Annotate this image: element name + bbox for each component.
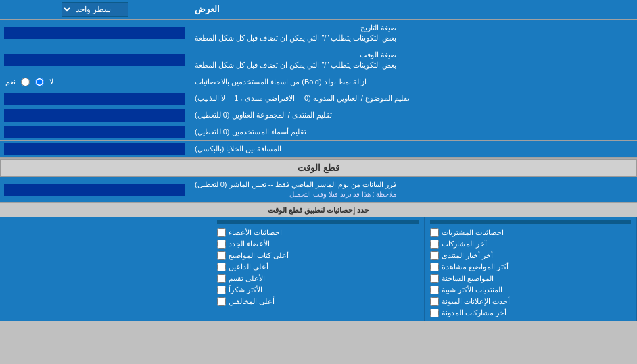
checkbox-most-popular[interactable] bbox=[430, 286, 439, 294]
checkbox-top-inviters[interactable] bbox=[217, 263, 226, 271]
checkbox-item-purchases: احصائيات المشتريات bbox=[430, 227, 631, 238]
checkbox-col-2: احصائيات الأعضاء الأعضاء الجدد أعلى كتاب… bbox=[212, 217, 424, 321]
forum-trim-label: تقليم المنتدى / المجموعة العناوين (0 للت… bbox=[189, 107, 637, 124]
checkbox-item-forum-news: أخر أخبار المنتدى bbox=[430, 250, 631, 261]
checkbox-purchases[interactable] bbox=[430, 228, 439, 237]
forum-trim-input-cell: 33 bbox=[0, 107, 189, 124]
subject-trim-row: تقليم الموضوع / العناوين المدونة (0 -- ا… bbox=[0, 90, 637, 107]
bold-remove-radio-cell: لا نعم bbox=[0, 74, 189, 90]
checkbox-last-posts[interactable] bbox=[430, 240, 439, 249]
date-format-input-cell: d-m bbox=[0, 20, 189, 47]
checkbox-item-new-members: الأعضاء الجدد bbox=[217, 238, 418, 250]
checkbox-top-authors-label: أعلى كتاب المواضيع bbox=[229, 251, 289, 260]
checkbox-top-authors[interactable] bbox=[217, 251, 226, 260]
cell-spacing-row: المسافة بين الخلايا (بالبكسل) 2 bbox=[0, 141, 637, 158]
checkbox-item-most-popular: المنتديات الأكثر شبية bbox=[430, 284, 631, 296]
checkbox-most-viewed[interactable] bbox=[430, 263, 439, 271]
checkbox-most-viewed-label: أكثر المواضيع مشاهدة bbox=[442, 263, 509, 271]
checkbox-latest-posts-label: أحدث الإعلانات المبونة bbox=[442, 297, 510, 306]
checkbox-blog-posts[interactable] bbox=[430, 309, 439, 317]
checkbox-col-3 bbox=[0, 217, 212, 321]
user-trim-input-cell: 0 bbox=[0, 124, 189, 140]
checkbox-forum-news[interactable] bbox=[430, 251, 439, 260]
checkbox-member-stats-label: احصائيات الأعضاء bbox=[229, 228, 282, 237]
checkboxes-title: حدد إحصائيات لتطبيق قطع الوقت bbox=[268, 206, 369, 214]
checkbox-item-top-rated: الأعلى تقييم bbox=[217, 273, 418, 284]
bold-remove-label: ازالة نمط بولد (Bold) من اسماء المستخدمي… bbox=[189, 74, 637, 90]
time-freeze-input-cell: 0 bbox=[0, 177, 189, 202]
line-select-cell: سطر واحدسطرينثلاثة أسطر bbox=[0, 0, 189, 19]
bold-yes-radio[interactable] bbox=[21, 78, 30, 86]
time-freeze-header: قطع الوقت bbox=[0, 159, 637, 176]
checkbox-member-stats[interactable] bbox=[217, 228, 226, 237]
user-trim-input[interactable]: 0 bbox=[4, 126, 185, 138]
checkbox-forum-news-label: أخر أخبار المنتدى bbox=[442, 251, 493, 260]
bold-no-label: لا bbox=[49, 78, 53, 86]
checkbox-top-rated[interactable] bbox=[217, 274, 226, 283]
checkbox-item-hot-topics: المواضيع الساخنة bbox=[430, 273, 631, 284]
time-format-row: صيغة الوقت بعض التكوينات يتطلب "/" التي … bbox=[0, 47, 637, 74]
time-freeze-note: ملاحظة : هذا قد يزيد قيلا وقت التحميل bbox=[195, 190, 396, 199]
checkbox-item-latest-posts: أحدث الإعلانات المبونة bbox=[430, 296, 631, 307]
subject-trim-input[interactable]: 33 bbox=[4, 93, 185, 105]
checkbox-hot-topics-label: المواضيع الساخنة bbox=[442, 274, 494, 283]
user-trim-row: تقليم أسماء المستخدمين (0 للتعطيل) 0 bbox=[0, 124, 637, 141]
date-format-label: صيغة التاريخ بعض التكوينات يتطلب "/" الت… bbox=[189, 20, 637, 47]
checkbox-top-violators-label: أعلى المخالفين bbox=[229, 297, 275, 306]
checkbox-most-popular-label: المنتديات الأكثر شبية bbox=[442, 286, 502, 294]
checkbox-purchases-label: احصائيات المشتريات bbox=[442, 228, 504, 237]
checkbox-top-rated-label: الأعلى تقييم bbox=[229, 274, 265, 283]
checkbox-last-posts-label: آخر المشاركات bbox=[442, 240, 487, 249]
checkbox-item-top-authors: أعلى كتاب المواضيع bbox=[217, 250, 418, 261]
page-title: العرض bbox=[189, 0, 637, 19]
checkbox-item-top-inviters: أعلى الداعين bbox=[217, 261, 418, 273]
checkbox-item-blog-posts: أخر مشاركات المدونة bbox=[430, 307, 631, 319]
checkbox-item-member-stats: احصائيات الأعضاء bbox=[217, 227, 418, 238]
checkbox-new-members-label: الأعضاء الجدد bbox=[229, 240, 270, 249]
checkbox-col-2-header bbox=[217, 220, 418, 224]
time-format-input[interactable]: H:i bbox=[4, 54, 185, 66]
cell-spacing-label: المسافة بين الخلايا (بالبكسل) bbox=[189, 141, 637, 157]
checkbox-most-thanked[interactable] bbox=[217, 286, 226, 294]
checkbox-col-1: احصائيات المشتريات آخر المشاركات أخر أخب… bbox=[425, 217, 637, 321]
checkboxes-grid: احصائيات المشتريات آخر المشاركات أخر أخب… bbox=[0, 217, 637, 321]
bold-yes-label: نعم bbox=[5, 78, 16, 86]
checkbox-item-most-viewed: أكثر المواضيع مشاهدة bbox=[430, 261, 631, 273]
forum-trim-input[interactable]: 33 bbox=[4, 109, 185, 122]
time-freeze-row: فرز البيانات من يوم الماشر الماضي فقط --… bbox=[0, 177, 637, 203]
checkbox-blog-posts-label: أخر مشاركات المدونة bbox=[442, 309, 506, 317]
bold-remove-row: ازالة نمط بولد (Bold) من اسماء المستخدمي… bbox=[0, 74, 637, 90]
user-trim-label: تقليم أسماء المستخدمين (0 للتعطيل) bbox=[189, 124, 637, 140]
subject-trim-input-cell: 33 bbox=[0, 90, 189, 107]
time-freeze-input[interactable]: 0 bbox=[4, 184, 185, 196]
time-format-input-cell: H:i bbox=[0, 47, 189, 74]
forum-trim-row: تقليم المنتدى / المجموعة العناوين (0 للت… bbox=[0, 107, 637, 124]
bold-no-radio[interactable] bbox=[35, 78, 44, 86]
subject-trim-label: تقليم الموضوع / العناوين المدونة (0 -- ا… bbox=[189, 90, 637, 107]
date-format-row: صيغة التاريخ بعض التكوينات يتطلب "/" الت… bbox=[0, 20, 637, 47]
checkbox-latest-posts[interactable] bbox=[430, 297, 439, 306]
cell-spacing-input-cell: 2 bbox=[0, 141, 189, 157]
checkbox-top-inviters-label: أعلى الداعين bbox=[229, 263, 268, 271]
cell-spacing-input[interactable]: 2 bbox=[4, 143, 185, 155]
checkbox-new-members[interactable] bbox=[217, 240, 226, 249]
checkbox-most-thanked-label: الأكثر شكراً bbox=[229, 286, 262, 294]
time-freeze-label: فرز البيانات من يوم الماشر الماضي فقط --… bbox=[189, 177, 637, 202]
checkbox-hot-topics[interactable] bbox=[430, 274, 439, 283]
checkbox-item-top-violators: أعلى المخالفين bbox=[217, 296, 418, 307]
time-format-label: صيغة الوقت بعض التكوينات يتطلب "/" التي … bbox=[189, 47, 637, 74]
line-select[interactable]: سطر واحدسطرينثلاثة أسطر bbox=[62, 2, 128, 17]
date-format-input[interactable]: d-m bbox=[4, 27, 185, 39]
checkbox-col-1-header bbox=[430, 220, 631, 224]
checkbox-top-violators[interactable] bbox=[217, 297, 226, 306]
checkbox-item-last-posts: آخر المشاركات bbox=[430, 238, 631, 250]
checkbox-item-most-thanked: الأكثر شكراً bbox=[217, 284, 418, 296]
